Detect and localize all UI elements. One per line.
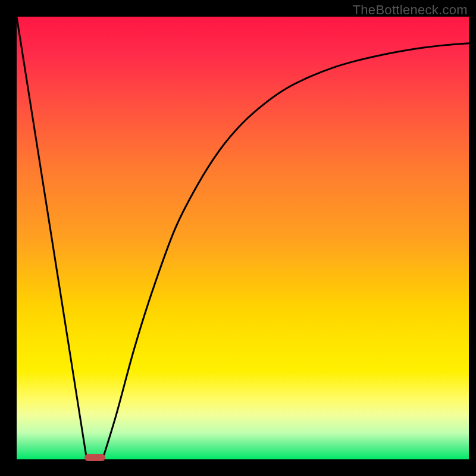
base-marker-pill <box>84 454 105 461</box>
curve-layer <box>17 17 469 459</box>
right-ascending-curve <box>102 43 469 459</box>
chart-frame: TheBottleneck.com <box>0 0 476 476</box>
attribution-text: TheBottleneck.com <box>353 2 468 18</box>
left-descending-line <box>17 17 87 459</box>
